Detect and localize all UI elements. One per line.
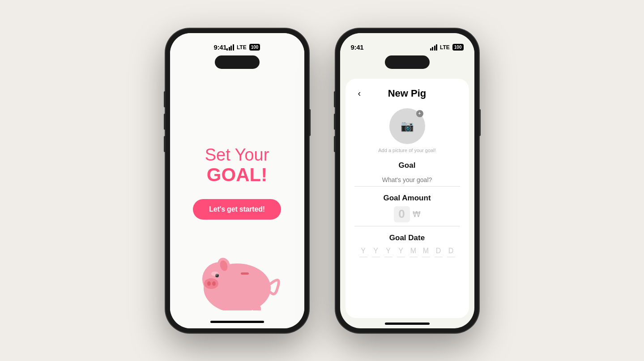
form-title: New Pig	[388, 88, 426, 99]
form-card: ‹ New Pig 📷 + Add a picture of your goal…	[345, 79, 469, 318]
photo-upload-area: 📷 + Add a picture of your goal!	[354, 108, 460, 153]
photo-upload-button[interactable]: 📷 +	[389, 108, 425, 144]
piggy-illustration	[192, 239, 282, 310]
time-right: 9:41	[351, 43, 364, 51]
phone-left: 9:41 LTE 100	[166, 29, 309, 333]
amount-value[interactable]: 0	[394, 206, 410, 222]
svg-rect-9	[241, 305, 250, 310]
get-started-button[interactable]: Let's get started!	[193, 199, 281, 220]
home-screen: 9:41 LTE 100	[170, 33, 304, 328]
status-bar-right: 9:41 LTE 100	[340, 33, 474, 55]
home-indicator-right	[385, 323, 430, 325]
form-screen: 9:41 LTE 100	[340, 33, 474, 328]
time-left: 9:41	[214, 43, 227, 51]
svg-point-12	[211, 272, 218, 276]
date-placeholders: Y Y Y Y M M D D	[354, 247, 460, 257]
svg-rect-11	[241, 272, 249, 275]
battery-left: 100	[249, 44, 260, 51]
date-d1[interactable]: D	[435, 247, 443, 257]
date-y2[interactable]: Y	[372, 247, 380, 257]
status-icons-left: LTE 100	[226, 44, 260, 51]
svg-rect-10	[253, 305, 261, 310]
signal-icon-right	[430, 44, 438, 51]
goal-label: Goal	[354, 161, 460, 170]
svg-rect-8	[227, 305, 236, 310]
signal-icon-left	[226, 44, 234, 51]
status-bar-left: 9:41 LTE 100	[203, 33, 271, 55]
headline-line2: GOAL!	[207, 164, 267, 186]
date-y4[interactable]: Y	[397, 247, 405, 257]
svg-point-3	[207, 281, 211, 286]
currency-symbol: ₩	[413, 209, 421, 219]
dynamic-island-right	[385, 55, 430, 69]
goal-input[interactable]	[354, 174, 460, 187]
phone-right-screen: 9:41 LTE 100	[340, 33, 474, 328]
goal-amount-label: Goal Amount	[354, 194, 460, 203]
camera-icon: 📷	[401, 120, 414, 132]
battery-right: 100	[452, 44, 464, 51]
date-d2[interactable]: D	[447, 247, 455, 257]
status-icons-right: LTE 100	[430, 44, 464, 51]
phones-container: 9:41 LTE 100	[166, 29, 479, 333]
form-header: ‹ New Pig	[354, 88, 460, 99]
network-right: LTE	[440, 44, 450, 51]
dynamic-island-left	[215, 55, 260, 69]
goal-date-label: Goal Date	[354, 234, 460, 242]
svg-point-4	[212, 281, 216, 286]
date-y3[interactable]: Y	[384, 247, 392, 257]
network-left: LTE	[237, 44, 247, 51]
date-m1[interactable]: M	[409, 247, 418, 257]
back-button[interactable]: ‹	[354, 86, 365, 100]
home-indicator-left	[210, 321, 264, 323]
phone-left-screen: 9:41 LTE 100	[170, 33, 304, 328]
photo-hint: Add a picture of your goal!	[378, 148, 435, 153]
date-y1[interactable]: Y	[359, 247, 367, 257]
plus-icon: +	[416, 110, 423, 117]
goal-amount-row: 0 ₩	[354, 206, 460, 226]
headline-line1: Set Your	[205, 146, 269, 165]
phone-right: 9:41 LTE 100	[336, 29, 479, 333]
date-m2[interactable]: M	[422, 247, 430, 257]
svg-point-2	[204, 278, 218, 289]
